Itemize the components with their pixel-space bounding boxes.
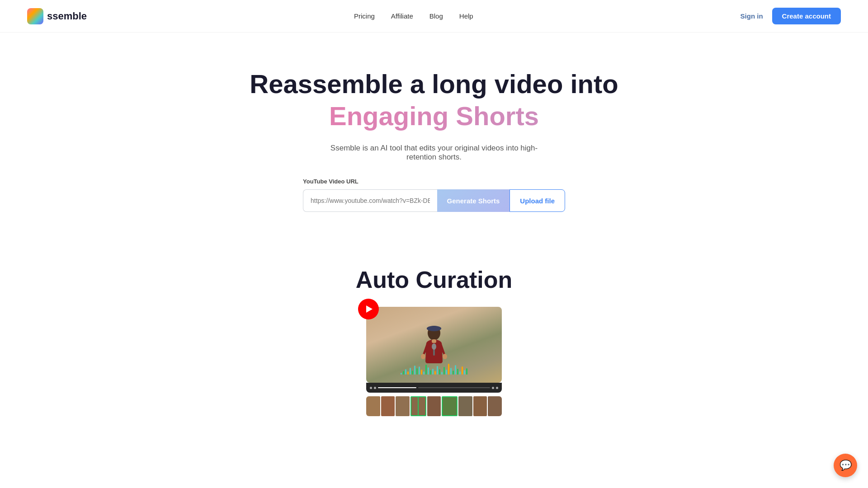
film-cell[interactable] bbox=[396, 396, 410, 416]
wave-bar bbox=[466, 368, 467, 375]
wave-bar bbox=[457, 369, 458, 375]
film-cell[interactable] bbox=[442, 396, 458, 416]
film-cell[interactable] bbox=[473, 396, 487, 416]
upload-file-button[interactable]: Upload file bbox=[509, 189, 565, 212]
wave-bar bbox=[401, 373, 402, 375]
logo-text: ssemble bbox=[47, 10, 87, 22]
film-cell[interactable] bbox=[488, 396, 502, 416]
wave-bar bbox=[443, 367, 445, 375]
waveform bbox=[366, 361, 502, 375]
url-input[interactable] bbox=[303, 189, 437, 212]
nav-link-blog[interactable]: Blog bbox=[429, 12, 443, 20]
video-controls-bar[interactable] bbox=[366, 383, 502, 393]
wave-bar bbox=[432, 369, 434, 375]
wave-bar bbox=[419, 366, 420, 375]
wave-bar bbox=[421, 370, 422, 375]
wave-bar bbox=[446, 370, 447, 375]
wave-bar bbox=[403, 371, 404, 375]
youtube-play-button[interactable] bbox=[358, 299, 379, 319]
film-cell[interactable] bbox=[366, 396, 380, 416]
settings-dot bbox=[496, 387, 498, 389]
hero-title-line2: Engaging Shorts bbox=[9, 101, 859, 131]
url-input-row: Generate Shorts Upload file bbox=[303, 189, 565, 212]
svg-point-6 bbox=[421, 354, 425, 359]
logo[interactable]: ssemble bbox=[27, 8, 87, 24]
vol-dot bbox=[492, 387, 494, 389]
svg-rect-2 bbox=[427, 328, 441, 329]
wave-bar bbox=[430, 370, 431, 375]
progress-fill bbox=[378, 387, 416, 388]
pause-dot bbox=[374, 387, 376, 389]
film-cell[interactable] bbox=[410, 396, 426, 416]
wave-bar bbox=[464, 370, 465, 375]
svg-point-5 bbox=[432, 343, 436, 350]
hero-heading: Reassemble a long video into Engaging Sh… bbox=[9, 69, 859, 131]
nav-link-pricing[interactable]: Pricing bbox=[354, 12, 375, 20]
film-cell[interactable] bbox=[458, 396, 472, 416]
create-account-button[interactable]: Create account bbox=[772, 8, 841, 24]
wave-bar bbox=[450, 368, 452, 375]
wave-bar bbox=[414, 366, 415, 375]
wave-bar bbox=[462, 366, 463, 375]
curation-title: Auto Curation bbox=[9, 266, 859, 293]
hero-title-line1: Reassemble a long video into bbox=[9, 69, 859, 99]
wave-bar bbox=[448, 364, 449, 375]
sign-in-button[interactable]: Sign in bbox=[741, 12, 763, 20]
film-scrubber bbox=[418, 397, 419, 415]
video-thumbnail bbox=[366, 307, 502, 383]
wave-bar bbox=[405, 369, 406, 375]
wave-bar bbox=[410, 368, 411, 375]
film-cell[interactable] bbox=[381, 396, 395, 416]
nav-link-help[interactable]: Help bbox=[459, 12, 473, 20]
nav-actions: Sign in Create account bbox=[741, 8, 841, 24]
wave-bar bbox=[441, 372, 443, 375]
url-label: YouTube Video URL bbox=[303, 178, 359, 185]
wave-bar bbox=[453, 371, 454, 375]
hero-section: Reassemble a long video into Engaging Sh… bbox=[0, 33, 868, 239]
wave-bar bbox=[459, 371, 461, 375]
wave-bar bbox=[437, 366, 438, 375]
navbar: ssemble Pricing Affiliate Blog Help Sign… bbox=[0, 0, 868, 33]
wave-bar bbox=[425, 365, 427, 375]
svg-rect-3 bbox=[432, 339, 436, 343]
url-section: YouTube Video URL Generate Shorts Upload… bbox=[9, 178, 859, 212]
generate-shorts-button[interactable]: Generate Shorts bbox=[437, 189, 510, 212]
nav-links: Pricing Affiliate Blog Help bbox=[354, 12, 473, 20]
logo-icon bbox=[27, 8, 43, 24]
wave-bar bbox=[412, 371, 413, 375]
wave-bar bbox=[428, 367, 429, 375]
wave-bar bbox=[455, 365, 456, 375]
filmstrip bbox=[366, 396, 502, 416]
play-dot bbox=[370, 387, 372, 389]
wave-bar bbox=[434, 371, 436, 375]
hero-subtitle: Ssemble is an AI tool that edits your or… bbox=[326, 144, 542, 162]
curation-section: Auto Curation bbox=[0, 239, 868, 434]
wave-bar bbox=[439, 369, 440, 375]
film-cell[interactable] bbox=[427, 396, 441, 416]
wave-bar bbox=[416, 368, 418, 375]
wave-bar bbox=[407, 371, 409, 375]
video-container bbox=[366, 307, 502, 393]
svg-point-7 bbox=[443, 354, 447, 359]
wave-bar bbox=[423, 371, 425, 375]
progress-track bbox=[418, 387, 490, 388]
nav-link-affiliate[interactable]: Affiliate bbox=[391, 12, 413, 20]
play-triangle-icon bbox=[366, 305, 373, 313]
